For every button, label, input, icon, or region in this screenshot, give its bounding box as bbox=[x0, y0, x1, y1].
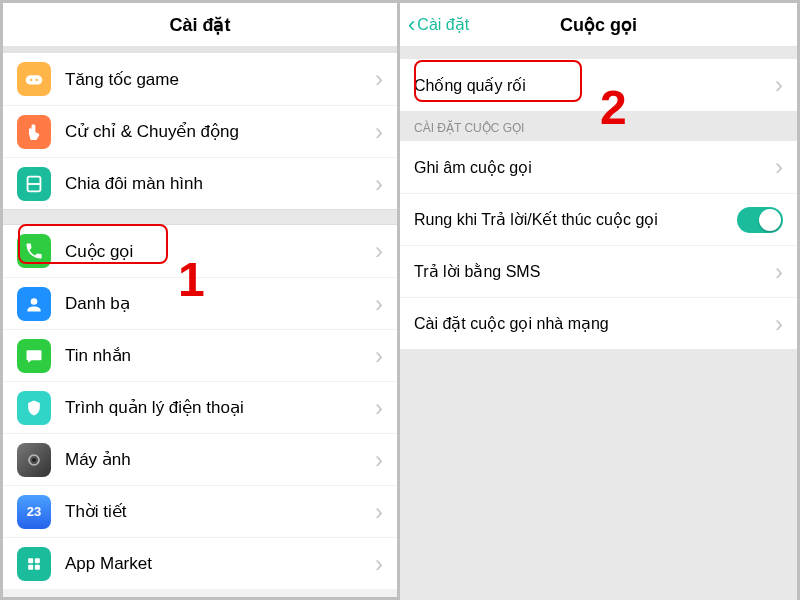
row-record[interactable]: Ghi âm cuộc gọi › bbox=[400, 141, 797, 193]
chevron-right-icon: › bbox=[375, 172, 383, 196]
chevron-left-icon: ‹ bbox=[408, 14, 415, 36]
back-button[interactable]: ‹ Cài đặt bbox=[408, 3, 469, 46]
row-call[interactable]: Cuộc gọi › bbox=[3, 225, 397, 277]
row-gesture[interactable]: Cử chỉ & Chuyển động › bbox=[3, 105, 397, 157]
weather-badge: 23 bbox=[27, 504, 41, 519]
chevron-right-icon: › bbox=[775, 312, 783, 336]
row-sms-reply[interactable]: Trả lời bằng SMS › bbox=[400, 245, 797, 297]
chevron-right-icon: › bbox=[375, 67, 383, 91]
row-label: App Market bbox=[65, 554, 375, 574]
row-game-boost[interactable]: Tăng tốc game › bbox=[3, 53, 397, 105]
row-phone-manager[interactable]: Trình quản lý điện thoại › bbox=[3, 381, 397, 433]
right-panel: ‹ Cài đặt Cuộc gọi Chống quấy rối › CÀI … bbox=[400, 3, 797, 597]
finger-icon bbox=[17, 115, 51, 149]
row-messages[interactable]: Tin nhắn › bbox=[3, 329, 397, 381]
row-vibrate[interactable]: Rung khi Trả lời/Kết thúc cuộc gọi bbox=[400, 193, 797, 245]
settings-list-group2: Cuộc gọi › Danh bạ › Tin nhắn › Trình qu… bbox=[3, 225, 397, 589]
svg-rect-9 bbox=[35, 558, 40, 563]
settings-list-group1: Tăng tốc game › Cử chỉ & Chuyển động › C… bbox=[3, 53, 397, 209]
svg-point-2 bbox=[36, 79, 38, 81]
section-gap bbox=[3, 209, 397, 225]
user-icon bbox=[17, 287, 51, 321]
row-split-screen[interactable]: Chia đôi màn hình › bbox=[3, 157, 397, 209]
back-label: Cài đặt bbox=[417, 15, 469, 34]
row-label: Chống quấy rối bbox=[414, 76, 775, 95]
row-label: Danh bạ bbox=[65, 293, 375, 314]
svg-rect-0 bbox=[26, 75, 43, 84]
chevron-right-icon: › bbox=[775, 73, 783, 97]
camera-icon bbox=[17, 443, 51, 477]
chevron-right-icon: › bbox=[375, 448, 383, 472]
right-group2: Ghi âm cuộc gọi › Rung khi Trả lời/Kết t… bbox=[400, 141, 797, 349]
row-camera[interactable]: Máy ảnh › bbox=[3, 433, 397, 485]
weather-icon: 23 bbox=[17, 495, 51, 529]
empty-space bbox=[400, 349, 797, 600]
row-label: Tăng tốc game bbox=[65, 69, 375, 90]
chevron-right-icon: › bbox=[375, 292, 383, 316]
svg-rect-10 bbox=[28, 564, 33, 569]
market-icon bbox=[17, 547, 51, 581]
section-header-call-settings: CÀI ĐẶT CUỘC GỌI bbox=[400, 111, 797, 141]
gap bbox=[400, 47, 797, 59]
row-label: Cuộc gọi bbox=[65, 241, 375, 262]
game-icon bbox=[17, 62, 51, 96]
toggle-vibrate[interactable] bbox=[737, 207, 783, 233]
row-contacts[interactable]: Danh bạ › bbox=[3, 277, 397, 329]
row-label: Thời tiết bbox=[65, 501, 375, 522]
chevron-right-icon: › bbox=[375, 344, 383, 368]
svg-point-5 bbox=[31, 298, 38, 305]
svg-rect-11 bbox=[35, 564, 40, 569]
chevron-right-icon: › bbox=[375, 120, 383, 144]
svg-point-7 bbox=[32, 457, 36, 461]
chevron-right-icon: › bbox=[375, 396, 383, 420]
panel-divider bbox=[397, 3, 400, 597]
left-title: Cài đặt bbox=[169, 14, 230, 36]
svg-rect-8 bbox=[28, 558, 33, 563]
row-label: Trình quản lý điện thoại bbox=[65, 397, 375, 418]
chevron-right-icon: › bbox=[375, 552, 383, 576]
chevron-right-icon: › bbox=[775, 155, 783, 179]
left-panel: Cài đặt Tăng tốc game › Cử chỉ & Chuyển … bbox=[3, 3, 397, 597]
svg-point-1 bbox=[30, 79, 32, 81]
row-label: Cử chỉ & Chuyển động bbox=[65, 121, 375, 142]
shield-icon bbox=[17, 391, 51, 425]
row-carrier[interactable]: Cài đặt cuộc gọi nhà mạng › bbox=[400, 297, 797, 349]
row-label: Máy ảnh bbox=[65, 449, 375, 470]
row-app-market[interactable]: App Market › bbox=[3, 537, 397, 589]
row-label: Tin nhắn bbox=[65, 345, 375, 366]
right-header: ‹ Cài đặt Cuộc gọi bbox=[400, 3, 797, 47]
right-title: Cuộc gọi bbox=[560, 14, 637, 36]
message-icon bbox=[17, 339, 51, 373]
left-header: Cài đặt bbox=[3, 3, 397, 47]
chevron-right-icon: › bbox=[375, 239, 383, 263]
chevron-right-icon: › bbox=[375, 500, 383, 524]
row-anti-harass[interactable]: Chống quấy rối › bbox=[400, 59, 797, 111]
row-label: Rung khi Trả lời/Kết thúc cuộc gọi bbox=[414, 210, 737, 229]
phone-icon bbox=[17, 234, 51, 268]
row-label: Cài đặt cuộc gọi nhà mạng bbox=[414, 314, 775, 333]
split-icon bbox=[17, 167, 51, 201]
row-label: Trả lời bằng SMS bbox=[414, 262, 775, 281]
chevron-right-icon: › bbox=[775, 260, 783, 284]
row-label: Chia đôi màn hình bbox=[65, 174, 375, 194]
row-label: Ghi âm cuộc gọi bbox=[414, 158, 775, 177]
row-weather[interactable]: 23 Thời tiết › bbox=[3, 485, 397, 537]
right-group1: Chống quấy rối › bbox=[400, 59, 797, 111]
